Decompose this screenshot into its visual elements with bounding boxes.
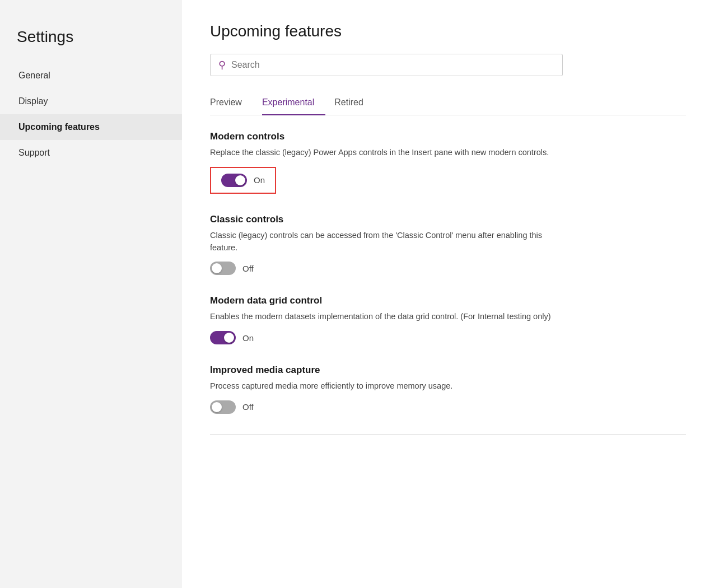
feature-modern-controls: Modern controls Replace the classic (leg…: [210, 131, 686, 194]
feature-title-classic-controls: Classic controls: [210, 214, 686, 225]
toggle-improved-media-capture[interactable]: [210, 400, 236, 414]
sidebar: Settings General Display Upcoming featur…: [0, 0, 182, 588]
toggle-highlight-box: On: [210, 167, 276, 194]
toggle-thumb-modern-controls: [235, 175, 245, 185]
toggle-thumb-modern-data-grid: [224, 333, 234, 343]
toggle-classic-controls[interactable]: [210, 262, 236, 275]
search-input[interactable]: [231, 60, 554, 70]
toggle-label-improved-media-capture: Off: [242, 402, 254, 412]
toggle-thumb-improved-media-capture: [212, 402, 222, 412]
page-title: Upcoming features: [210, 22, 686, 40]
toggle-modern-data-grid[interactable]: [210, 331, 236, 344]
feature-title-modern-data-grid: Modern data grid control: [210, 295, 686, 306]
toggle-row-classic-controls: Off: [210, 262, 686, 275]
feature-title-modern-controls: Modern controls: [210, 131, 686, 142]
bottom-divider: [210, 434, 686, 435]
main-content: Upcoming features ⚲ Preview Experimental…: [182, 0, 714, 588]
sidebar-item-upcoming[interactable]: Upcoming features: [0, 114, 182, 140]
search-box: ⚲: [210, 54, 563, 76]
sidebar-item-general[interactable]: General: [0, 63, 182, 88]
toggle-label-modern-controls: On: [254, 175, 265, 185]
sidebar-item-support[interactable]: Support: [0, 140, 182, 166]
sidebar-item-display[interactable]: Display: [0, 88, 182, 114]
toggle-modern-controls[interactable]: [221, 174, 247, 187]
tabs-bar: Preview Experimental Retired: [210, 92, 686, 115]
tab-preview[interactable]: Preview: [210, 92, 253, 115]
feature-desc-improved-media-capture: Process captured media more efficiently …: [210, 380, 557, 393]
feature-improved-media-capture: Improved media capture Process captured …: [210, 365, 686, 414]
settings-title: Settings: [0, 22, 182, 63]
tab-experimental[interactable]: Experimental: [262, 92, 325, 115]
toggle-label-classic-controls: Off: [242, 264, 254, 273]
feature-desc-modern-controls: Replace the classic (legacy) Power Apps …: [210, 147, 557, 159]
tab-retired[interactable]: Retired: [334, 92, 375, 115]
toggle-row-improved-media-capture: Off: [210, 400, 686, 414]
feature-modern-data-grid: Modern data grid control Enables the mod…: [210, 295, 686, 344]
feature-desc-classic-controls: Classic (legacy) controls can be accesse…: [210, 230, 557, 254]
search-icon: ⚲: [218, 59, 226, 71]
feature-desc-modern-data-grid: Enables the modern datasets implementati…: [210, 311, 557, 323]
toggle-label-modern-data-grid: On: [242, 333, 254, 343]
feature-title-improved-media-capture: Improved media capture: [210, 365, 686, 376]
toggle-row-modern-data-grid: On: [210, 331, 686, 344]
feature-classic-controls: Classic controls Classic (legacy) contro…: [210, 214, 686, 276]
